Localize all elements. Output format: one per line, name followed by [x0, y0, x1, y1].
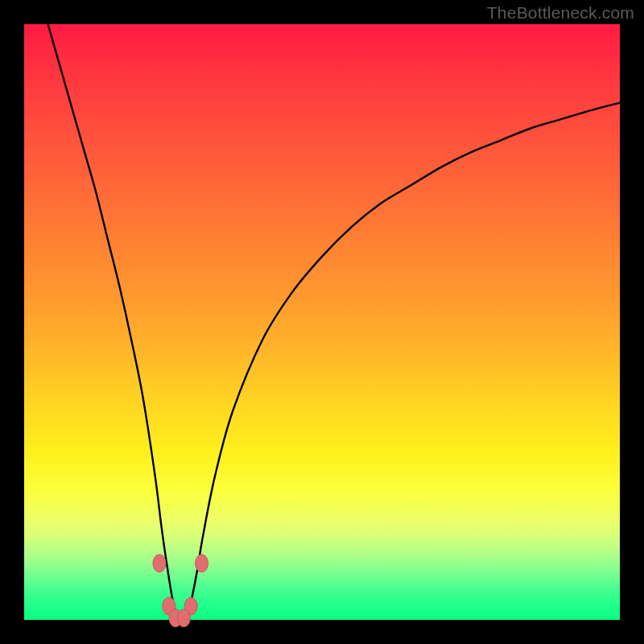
curve-markers	[153, 555, 208, 627]
plot-area	[24, 24, 620, 620]
bottleneck-curve-svg	[24, 24, 620, 620]
curve-marker	[196, 555, 208, 572]
watermark-text: TheBottleneck.com	[487, 3, 634, 23]
bottleneck-curve-path	[48, 24, 620, 622]
chart-frame: TheBottleneck.com	[0, 0, 644, 644]
curve-marker	[177, 609, 190, 627]
curve-marker	[153, 555, 166, 572]
